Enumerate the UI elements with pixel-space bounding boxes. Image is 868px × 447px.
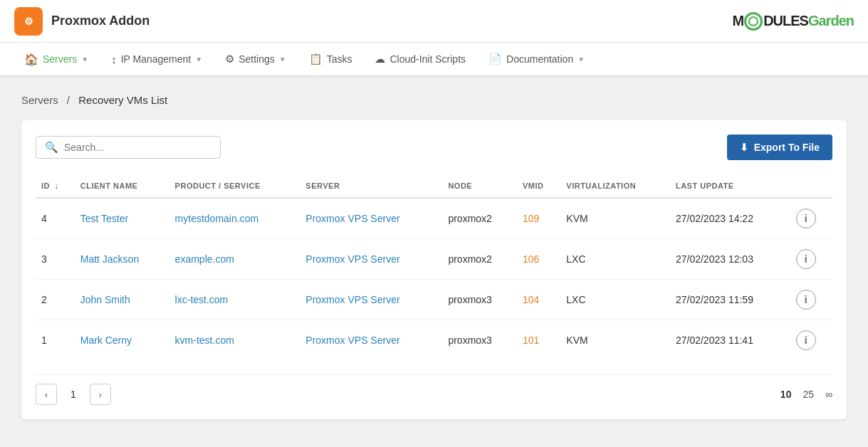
cell-node: proxmox2 — [442, 198, 517, 239]
server-link[interactable]: Proxmox VPS Server — [305, 294, 399, 305]
col-client-name: CLIENT NAME — [75, 174, 169, 198]
cell-info: i — [790, 320, 832, 361]
cell-product: example.com — [169, 239, 300, 280]
cell-client-name: Matt Jackson — [75, 239, 169, 280]
server-link[interactable]: Proxmox VPS Server — [305, 213, 399, 224]
search-box[interactable]: 🔍 — [36, 136, 221, 159]
header-left: ⚙ Proxmox Addon — [14, 7, 150, 36]
doc-icon: 📄 — [488, 53, 502, 65]
nav-label-ip-management: IP Management — [121, 53, 192, 65]
cell-id: 4 — [36, 198, 75, 239]
content-area: Servers / Recovery VMs List 🔍 ⬇ Export T… — [0, 77, 868, 447]
cell-last-update: 27/02/2023 14:22 — [670, 198, 790, 239]
svg-text:⚙: ⚙ — [24, 16, 33, 27]
sort-icon-id[interactable]: ↓ — [55, 182, 59, 190]
cell-server: Proxmox VPS Server — [300, 280, 442, 320]
nav-label-cloud-init: Cloud-Init Scripts — [389, 53, 466, 65]
nav-item-cloud-init[interactable]: ☁ Cloud-Init Scripts — [365, 47, 476, 71]
nav-item-servers[interactable]: 🏠 Servers ▼ — [14, 47, 98, 72]
cell-client-name: John Smith — [75, 280, 169, 320]
info-button[interactable]: i — [796, 330, 816, 350]
app-logo-icon: ⚙ — [14, 7, 43, 36]
table-row: 3 Matt Jackson example.com Proxmox VPS S… — [36, 239, 832, 280]
cell-last-update: 27/02/2023 12:03 — [670, 239, 790, 280]
server-link[interactable]: Proxmox VPS Server — [305, 335, 399, 346]
cell-vmid: 104 — [517, 280, 560, 320]
chevron-down-icon-settings: ▼ — [279, 56, 286, 63]
tasks-icon: 📋 — [309, 53, 323, 65]
per-page-10[interactable]: 10 — [780, 389, 792, 400]
per-page-all[interactable]: ∞ — [825, 389, 832, 400]
pagination-per-page: 10 25 ∞ — [780, 389, 832, 400]
pagination-prev-button[interactable]: ‹ — [36, 384, 57, 405]
cell-server: Proxmox VPS Server — [300, 320, 442, 361]
client-name-link[interactable]: Mark Cerny — [80, 335, 132, 346]
table-row: 4 Test Tester mytestdomain.com Proxmox V… — [36, 198, 832, 239]
info-button[interactable]: i — [796, 209, 816, 228]
col-virtualization: VIRTUALIZATION — [560, 174, 670, 198]
col-node: NODE — [442, 174, 517, 198]
nav-label-settings: Settings — [239, 53, 275, 65]
cell-product: mytestdomain.com — [169, 198, 300, 239]
main-card: 🔍 ⬇ Export To File ID ↓ CLIENT NAME PROD… — [21, 120, 847, 419]
table-header-row: ID ↓ CLIENT NAME PRODUCT / SERVICE SERVE… — [36, 174, 832, 198]
cell-vmid: 101 — [517, 320, 560, 361]
cell-id: 1 — [36, 320, 75, 361]
product-link[interactable]: kvm-test.com — [175, 335, 234, 346]
pagination-next-button[interactable]: › — [90, 384, 111, 405]
product-link[interactable]: lxc-test.com — [175, 294, 229, 305]
cell-virtualization: KVM — [560, 198, 670, 239]
navigation: 🏠 Servers ▼ ↕ IP Management ▼ ⚙ Settings… — [0, 43, 868, 77]
cell-info: i — [790, 280, 832, 320]
col-actions — [790, 174, 832, 198]
cell-virtualization: LXC — [560, 280, 670, 320]
toolbar: 🔍 ⬇ Export To File — [36, 135, 832, 160]
server-link[interactable]: Proxmox VPS Server — [305, 253, 399, 265]
header: ⚙ Proxmox Addon M DULES Garden — [0, 0, 868, 43]
cell-node: proxmox3 — [442, 320, 517, 361]
search-input[interactable] — [64, 142, 211, 153]
cloud-icon: ☁ — [375, 53, 385, 65]
cell-client-name: Mark Cerny — [75, 320, 169, 361]
nav-item-documentation[interactable]: 📄 Documentation ▼ — [479, 47, 595, 71]
info-button[interactable]: i — [796, 290, 816, 310]
col-product-service: PRODUCT / SERVICE — [169, 174, 300, 198]
cell-server: Proxmox VPS Server — [300, 198, 442, 239]
nav-item-settings[interactable]: ⚙ Settings ▼ — [215, 47, 296, 71]
vmid-value: 104 — [523, 294, 539, 305]
nav-item-ip-management[interactable]: ↕ IP Management ▼ — [101, 48, 212, 71]
export-to-file-button[interactable]: ⬇ Export To File — [727, 135, 832, 160]
product-link[interactable]: mytestdomain.com — [175, 213, 258, 224]
product-link[interactable]: example.com — [175, 253, 234, 265]
per-page-25[interactable]: 25 — [802, 389, 814, 400]
breadcrumb-parent[interactable]: Servers — [21, 94, 58, 106]
pagination-current-page: 1 — [63, 384, 84, 405]
download-icon: ⬇ — [740, 142, 748, 153]
col-id: ID ↓ — [36, 174, 75, 198]
modules-garden-logo: M DULES Garden — [733, 12, 854, 31]
cell-last-update: 27/02/2023 11:41 — [670, 320, 790, 361]
col-vmid: VMID — [517, 174, 560, 198]
cell-server: Proxmox VPS Server — [300, 239, 442, 280]
client-name-link[interactable]: John Smith — [80, 294, 130, 305]
cell-info: i — [790, 198, 832, 239]
client-name-link[interactable]: Matt Jackson — [80, 253, 139, 265]
search-icon: 🔍 — [45, 141, 58, 154]
home-icon: 🏠 — [24, 53, 38, 66]
breadcrumb: Servers / Recovery VMs List — [21, 94, 847, 106]
client-name-link[interactable]: Test Tester — [80, 213, 128, 224]
cell-product: kvm-test.com — [169, 320, 300, 361]
pagination-nav: ‹ 1 › — [36, 384, 111, 405]
recovery-vms-table: ID ↓ CLIENT NAME PRODUCT / SERVICE SERVE… — [36, 174, 832, 360]
cell-virtualization: LXC — [560, 239, 670, 280]
chevron-down-icon-docs: ▼ — [577, 56, 585, 63]
cell-vmid: 106 — [517, 239, 560, 280]
app-title: Proxmox Addon — [51, 14, 150, 28]
info-button[interactable]: i — [796, 249, 816, 269]
table-row: 1 Mark Cerny kvm-test.com Proxmox VPS Se… — [36, 320, 832, 361]
nav-item-tasks[interactable]: 📋 Tasks — [299, 47, 362, 71]
nav-label-servers: Servers — [43, 53, 77, 65]
vmid-value: 106 — [523, 253, 539, 265]
col-last-update: LAST UPDATE — [670, 174, 790, 198]
vmid-value: 101 — [523, 335, 539, 346]
